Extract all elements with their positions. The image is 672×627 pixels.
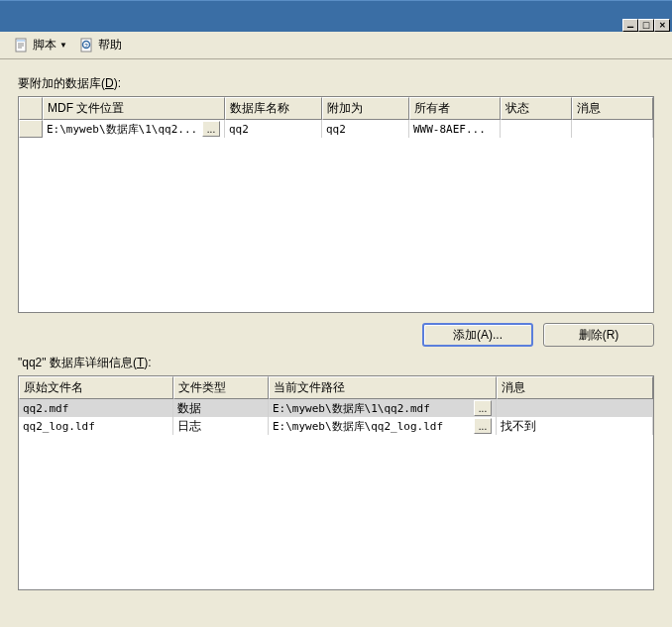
cell-filetype: 数据 xyxy=(173,399,269,417)
row-header-corner xyxy=(19,97,43,120)
grid-header: 原始文件名 文件类型 当前文件路径 消息 xyxy=(19,376,653,399)
minimize-button[interactable] xyxy=(622,19,638,32)
maximize-button[interactable] xyxy=(638,19,654,32)
col-file-type[interactable]: 文件类型 xyxy=(173,376,269,399)
col-detail-message[interactable]: 消息 xyxy=(497,376,653,399)
details-grid[interactable]: 原始文件名 文件类型 当前文件路径 消息 qq2.mdf 数据 E:\myweb… xyxy=(18,375,654,590)
help-label: 帮助 xyxy=(98,37,122,53)
toolbar: 脚本 ▼ ? 帮助 xyxy=(0,32,672,59)
script-label: 脚本 xyxy=(33,37,56,53)
cell-status xyxy=(501,120,572,138)
col-current-path[interactable]: 当前文件路径 xyxy=(269,376,497,399)
lower-section-label: "qq2" 数据库详细信息(T): xyxy=(18,355,654,371)
col-mdf-location[interactable]: MDF 文件位置 xyxy=(43,97,225,120)
cell-filename[interactable]: qq2_log.ldf xyxy=(19,417,173,435)
cell-owner[interactable]: WWW-8AEF... xyxy=(409,120,501,138)
add-button[interactable]: 添加(A)... xyxy=(422,323,533,347)
remove-button[interactable]: 删除(R) xyxy=(543,323,654,347)
grid-header: MDF 文件位置 数据库名称 附加为 所有者 状态 消息 xyxy=(19,97,653,120)
cell-filetype: 日志 xyxy=(173,417,269,435)
cell-attach-as[interactable]: qq2 xyxy=(322,120,409,138)
dropdown-icon: ▼ xyxy=(59,41,67,50)
cell-path[interactable]: E:\myweb\数据库\1\qq2... ... xyxy=(43,120,225,138)
browse-path-button[interactable]: ... xyxy=(474,400,492,416)
help-icon: ? xyxy=(79,38,95,53)
close-button[interactable] xyxy=(654,19,670,32)
titlebar xyxy=(0,0,672,32)
col-owner[interactable]: 所有者 xyxy=(409,97,501,120)
upper-section-label: 要附加的数据库(D): xyxy=(18,75,654,92)
script-icon xyxy=(14,38,30,53)
browse-path-button[interactable]: ... xyxy=(202,121,220,137)
col-orig-filename[interactable]: 原始文件名 xyxy=(19,376,173,399)
script-menu[interactable]: 脚本 ▼ xyxy=(10,35,71,55)
svg-text:?: ? xyxy=(84,42,88,48)
col-message[interactable]: 消息 xyxy=(572,97,653,120)
cell-message: 找不到 xyxy=(497,417,653,435)
help-menu[interactable]: ? 帮助 xyxy=(75,35,126,55)
svg-rect-1 xyxy=(17,40,25,42)
table-row[interactable]: qq2.mdf 数据 E:\myweb\数据库\1\qq2.mdf ... xyxy=(19,399,653,417)
col-attach-as[interactable]: 附加为 xyxy=(322,97,409,120)
row-indicator xyxy=(19,120,43,138)
col-db-name[interactable]: 数据库名称 xyxy=(225,97,322,120)
cell-path[interactable]: E:\myweb\数据库\qq2_log.ldf ... xyxy=(269,417,497,435)
cell-dbname[interactable]: qq2 xyxy=(225,120,322,138)
browse-path-button[interactable]: ... xyxy=(474,418,492,434)
table-row[interactable]: qq2_log.ldf 日志 E:\myweb\数据库\qq2_log.ldf … xyxy=(19,417,653,435)
col-status[interactable]: 状态 xyxy=(501,97,572,120)
databases-grid[interactable]: MDF 文件位置 数据库名称 附加为 所有者 状态 消息 E:\myweb\数据… xyxy=(18,96,654,313)
cell-message xyxy=(497,399,653,417)
cell-path[interactable]: E:\myweb\数据库\1\qq2.mdf ... xyxy=(269,399,497,417)
cell-filename[interactable]: qq2.mdf xyxy=(19,399,173,417)
cell-message xyxy=(572,120,653,138)
dialog-window: 脚本 ▼ ? 帮助 要附加的数据库(D): MDF 文件位置 数据库名称 附加 xyxy=(0,0,672,627)
table-row[interactable]: E:\myweb\数据库\1\qq2... ... qq2 qq2 WWW-8A… xyxy=(19,120,653,138)
